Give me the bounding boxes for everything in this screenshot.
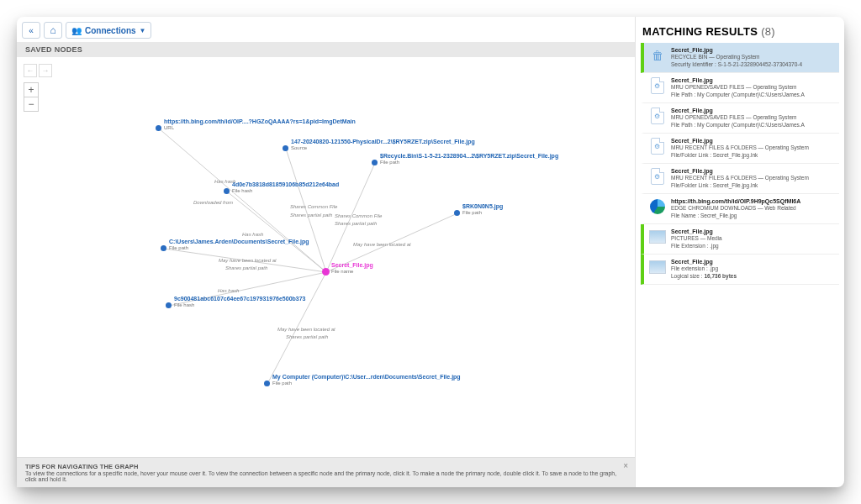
svg-line-1 bbox=[286, 149, 326, 272]
results-pane: MATCHING RESULTS (8) 🗑Secret_File.jpgREC… bbox=[636, 17, 844, 487]
tips-title: TIPS FOR NAVIGATING THE GRAPH bbox=[25, 463, 626, 470]
image-thumbnail-icon bbox=[649, 228, 666, 246]
close-tips-button[interactable]: × bbox=[623, 461, 628, 470]
node-label: 147-20240820-121550-PhysicalDr...2\$RY5R… bbox=[291, 139, 475, 152]
results-list: 🗑Secret_File.jpgRECYCLE BIN — Operating … bbox=[641, 43, 839, 285]
results-count: (8) bbox=[761, 25, 775, 38]
edge-label: Shares partial path bbox=[286, 334, 329, 339]
results-header: MATCHING RESULTS (8) bbox=[641, 25, 839, 43]
home-button[interactable]: ⌂ bbox=[44, 22, 62, 39]
recycle-bin-icon: 🗑 bbox=[649, 46, 666, 65]
tips-panel: × TIPS FOR NAVIGATING THE GRAPH To view … bbox=[17, 457, 635, 487]
node-label: $RK0N0N5.jpgFile path bbox=[462, 203, 503, 217]
toolbar: « ⌂ 👥 Connections ▼ bbox=[17, 17, 635, 42]
result-text: Secret_File.jpgMRU OPENED/SAVED FILES — … bbox=[671, 76, 836, 99]
node-label: $Recycle.Bin\S-1-5-21-2328904...2\$RY5RZ… bbox=[380, 153, 558, 166]
tips-body: To view the connections for a specific n… bbox=[25, 470, 626, 482]
edge-label: Downloaded from bbox=[193, 200, 233, 205]
connections-label: Connections bbox=[85, 26, 136, 35]
file-icon bbox=[649, 107, 666, 125]
result-item[interactable]: Secret_File.jpgMRU OPENED/SAVED FILES — … bbox=[641, 103, 839, 134]
result-text: https://th.bing.com/th/id/OIP.9H9pQc5SQf… bbox=[671, 197, 836, 220]
edge-label: Shares Common File bbox=[335, 213, 383, 218]
file-icon bbox=[649, 137, 666, 155]
saved-nodes-header: SAVED NODES bbox=[17, 42, 635, 57]
edge-label: May have been located at bbox=[219, 258, 277, 263]
people-icon: 👥 bbox=[71, 26, 82, 35]
edge-label: Shares partial path bbox=[290, 213, 333, 218]
result-text: Secret_File.jpgFile extension : .jpgLogi… bbox=[671, 258, 836, 281]
result-item[interactable]: Secret_File.jpgPICTURES — MediaFile Exte… bbox=[641, 224, 839, 255]
node-dot-icon bbox=[224, 188, 230, 194]
node-dot-icon bbox=[156, 125, 161, 131]
edge-label: May have been located at bbox=[353, 242, 411, 247]
node-label: 9c900481abc6107c64ee67c197931976e500b373… bbox=[174, 296, 306, 309]
edge-label: Shares partial path bbox=[225, 265, 268, 270]
image-thumbnail-icon bbox=[649, 258, 666, 276]
node-label: My Computer (Computer)\C:\User...rden\Do… bbox=[272, 374, 461, 387]
node-dot-icon bbox=[166, 302, 172, 308]
result-item[interactable]: Secret_File.jpgMRU RECENT FILES & FOLDER… bbox=[641, 164, 839, 194]
collapse-button[interactable]: « bbox=[22, 22, 40, 39]
node-dot-icon bbox=[454, 210, 460, 216]
edge-browser-icon bbox=[649, 197, 666, 216]
file-icon bbox=[649, 76, 666, 95]
result-text: Secret_File.jpgRECYCLE BIN — Operating S… bbox=[671, 46, 836, 69]
node-label: C:\Users\James.Arden\Documents\Secret_Fi… bbox=[169, 239, 309, 252]
result-text: Secret_File.jpgPICTURES — MediaFile Exte… bbox=[671, 228, 836, 250]
result-text: Secret_File.jpgMRU RECENT FILES & FOLDER… bbox=[671, 167, 836, 190]
node-label: https://th.bing.com/th/id/OIP....?HGZoQA… bbox=[164, 118, 356, 132]
result-item[interactable]: Secret_File.jpgMRU RECENT FILES & FOLDER… bbox=[641, 134, 839, 164]
result-text: Secret_File.jpgMRU RECENT FILES & FOLDER… bbox=[671, 137, 836, 160]
results-title: MATCHING RESULTS bbox=[642, 25, 758, 38]
result-item[interactable]: https://th.bing.com/th/id/OIP.9H9pQc5SQf… bbox=[641, 194, 839, 224]
result-item[interactable]: Secret_File.jpgFile extension : .jpgLogi… bbox=[641, 255, 839, 285]
file-icon bbox=[649, 167, 666, 186]
node-label: 4d0e7b3818d81859106b85d212e64badFile has… bbox=[232, 181, 339, 195]
edge-label: Shares partial path bbox=[335, 221, 378, 226]
result-text: Secret_File.jpgMRU OPENED/SAVED FILES — … bbox=[671, 107, 836, 129]
result-item[interactable]: 🗑Secret_File.jpgRECYCLE BIN — Operating … bbox=[641, 43, 839, 73]
connections-dropdown[interactable]: 👥 Connections ▼ bbox=[66, 22, 151, 39]
edge-label: Shares Common File bbox=[290, 204, 338, 209]
edge-label: May have been located at bbox=[277, 327, 335, 332]
chevron-down-icon: ▼ bbox=[140, 27, 146, 34]
node-dot-icon bbox=[264, 381, 270, 386]
edge-label: Has hash bbox=[242, 232, 264, 237]
app-frame: « ⌂ 👥 Connections ▼ SAVED NODES ← → + − … bbox=[17, 17, 844, 487]
node-dot-icon bbox=[161, 245, 166, 251]
node-dot-icon bbox=[372, 160, 378, 165]
node-label: Secret_File.jpgFile name bbox=[331, 262, 373, 276]
node-dot-icon bbox=[322, 268, 330, 276]
edge-label: Has hash bbox=[218, 288, 240, 293]
graph-canvas[interactable]: Has hashDownloaded fromShares Common Fil… bbox=[17, 57, 635, 457]
node-dot-icon bbox=[283, 145, 288, 151]
result-item[interactable]: Secret_File.jpgMRU OPENED/SAVED FILES — … bbox=[641, 73, 839, 103]
left-pane: « ⌂ 👥 Connections ▼ SAVED NODES ← → + − … bbox=[17, 17, 636, 487]
